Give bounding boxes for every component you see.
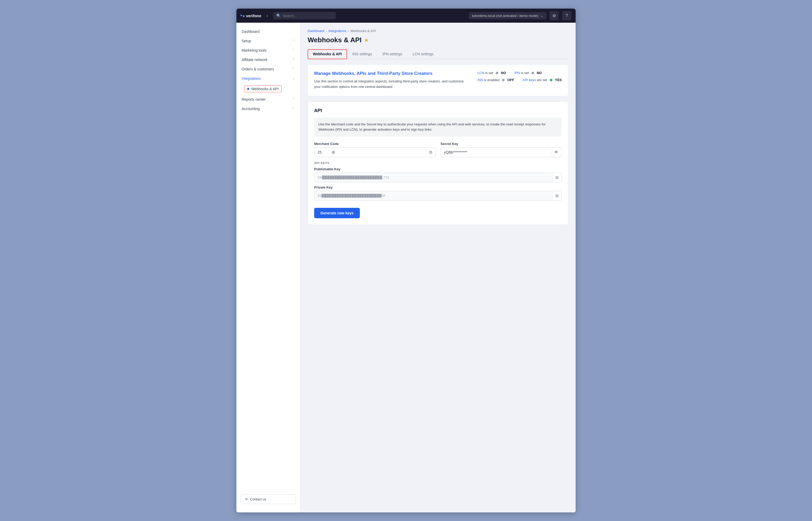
secret-key-input[interactable] [441,148,551,157]
sidebar-item-label: Dashboard [242,29,260,33]
sidebar-item-affiliate-network[interactable]: Affiliate network ⌃ [236,55,300,64]
lcn-status: LCN is set NO [478,71,506,75]
sidebar-item-label: Affiliate network [242,58,267,62]
breadcrumb-sep: › [348,29,349,33]
ipn-label: IPN is set [514,71,529,75]
status-row-1: LCN is set NO IPN is set NO [478,71,562,75]
toggle-secret-key-button[interactable]: 👁 [551,148,562,157]
sidebar-item-label: Marketing tools [242,48,266,52]
merchant-code-label: Merchant Code [314,142,436,146]
sidebar: Dashboard Setup ⌃ Marketing tools ⌃ Affi… [236,23,300,513]
topbar-right: tutordemo.local (not activated / demo mo… [469,11,571,20]
chevron-icon: ⌄ [292,77,295,80]
sidebar-item-reports-center[interactable]: Reports center ⌃ [236,95,300,104]
sidebar-item-dashboard[interactable]: Dashboard [236,27,300,36]
sidebar-item-label: Accounting [242,107,260,111]
info-card: Manage Webhooks, APIs and Third-Party St… [308,64,568,96]
publishable-key-input-wrapper: ⧉ [314,173,562,182]
chevron-icon: ⌃ [292,48,295,52]
search-icon: 🔍 [276,14,281,18]
sidebar-item-label: Setup [242,39,251,43]
chevron-icon: ⌃ [292,97,295,101]
info-card-description: Use this section to control all integrat… [314,79,467,90]
domain-label: tutordemo.local (not activated / demo mo… [472,14,538,18]
api-section-title: API [314,108,562,113]
copy-publishable-key-button[interactable]: ⧉ [552,173,562,182]
tab-label: IPN settings [382,52,402,56]
breadcrumb-dashboard[interactable]: Dashboard [308,29,324,33]
private-key-label: Private Key [314,185,562,189]
ins-value: OFF [507,78,514,82]
tab-label: INS settings [352,52,372,56]
tabs: Webhooks & API INS settings IPN settings… [308,49,568,59]
active-dot [247,88,249,90]
sidebar-item-integrations[interactable]: Integrations ⌄ [236,74,300,83]
api-keys-section: API KEYS Publishable Key ⧉ Private Key [314,161,562,201]
api-keys-status: API keys are set YES [522,78,562,82]
copy-merchant-code-button[interactable]: ⧉ [426,148,435,157]
lcn-dot [496,72,498,74]
active-sub-box: Webhooks & API [244,86,282,92]
page-title-row: Webhooks & API ★ [308,36,568,44]
chevron-down-icon: ⌄ [541,14,543,18]
favorite-star-icon[interactable]: ★ [364,37,368,43]
info-card-left: Manage Webhooks, APIs and Third-Party St… [314,71,467,90]
sidebar-item-marketing-tools[interactable]: Marketing tools ⌃ [236,46,300,55]
credentials-row: Merchant Code ⧉ Secret Key [314,142,562,157]
contact-us-button[interactable]: ✉ Contact us [241,494,296,504]
logo: verifone [241,14,261,18]
merchant-code-input-wrapper: ⧉ [314,147,436,157]
tab-label: LCN settings [413,52,433,56]
status-row-2: INS is enabled OFF API keys are set YES [478,78,562,82]
sub-item-label: Webhooks & API [251,87,279,91]
sidebar-item-label: Integrations [242,76,261,81]
tab-webhooks-api[interactable]: Webhooks & API [308,49,347,59]
eye-icon: 👁 [554,150,558,155]
layout: Dashboard Setup ⌃ Marketing tools ⌃ Affi… [236,23,576,513]
sidebar-sub-item-webhooks-api[interactable]: Webhooks & API [236,83,300,95]
email-icon: ✉ [245,497,248,501]
merchant-code-input[interactable] [314,148,426,157]
back-button[interactable]: ‹ [264,12,270,20]
tab-lcn-settings[interactable]: LCN settings [407,49,439,59]
logo-icon [241,15,244,17]
sidebar-item-label: Orders & customers [242,67,274,71]
help-button[interactable]: ? [562,11,571,20]
logo-text: verifone [246,14,261,18]
search-input[interactable] [283,14,330,18]
chevron-icon: ⌃ [292,67,295,71]
publishable-key-input [314,173,552,182]
ipn-dot [531,72,534,74]
chevron-icon: ⌃ [292,107,295,111]
copy-icon: ⧉ [555,175,558,180]
api-info-box: Use the Merchant code and the Secret key… [314,118,562,137]
copy-private-key-button[interactable]: ⧉ [552,191,562,200]
ins-label: INS is enabled [478,78,500,82]
generate-new-keys-button[interactable]: Generate new keys [314,208,360,218]
breadcrumb: Dashboard › Integrations › Webhooks & AP… [308,29,568,33]
info-card-right: LCN is set NO IPN is set NO I [478,71,562,90]
publishable-key-group: Publishable Key ⧉ [314,167,562,182]
breadcrumb-integrations[interactable]: Integrations [329,29,346,33]
ipn-value: NO [537,71,542,75]
tab-ins-settings[interactable]: INS settings [347,49,377,59]
settings-button[interactable]: ⚙ [549,11,559,20]
domain-selector[interactable]: tutordemo.local (not activated / demo mo… [469,12,546,19]
api-card: API Use the Merchant code and the Secret… [308,101,568,225]
private-key-input-wrapper: ⧉ [314,191,562,201]
info-card-title: Manage Webhooks, APIs and Third-Party St… [314,71,467,76]
tab-ipn-settings[interactable]: IPN settings [377,49,407,59]
api-keys-value: YES [555,78,562,82]
breadcrumb-current: Webhooks & API [350,29,376,33]
private-key-group: Private Key ⧉ [314,185,562,201]
sidebar-item-accounting[interactable]: Accounting ⌃ [236,104,300,113]
app-window: verifone ‹ 🔍 tutordemo.local (not activa… [236,8,576,513]
sidebar-item-orders-customers[interactable]: Orders & customers ⌃ [236,64,300,74]
contact-label: Contact us [250,497,266,501]
chevron-icon: ⌃ [292,58,295,62]
topbar: verifone ‹ 🔍 tutordemo.local (not activa… [236,8,576,23]
tab-label: Webhooks & API [313,52,342,56]
sidebar-item-setup[interactable]: Setup ⌃ [236,36,300,46]
private-key-input [314,191,552,200]
main-content: Dashboard › Integrations › Webhooks & AP… [300,23,576,513]
